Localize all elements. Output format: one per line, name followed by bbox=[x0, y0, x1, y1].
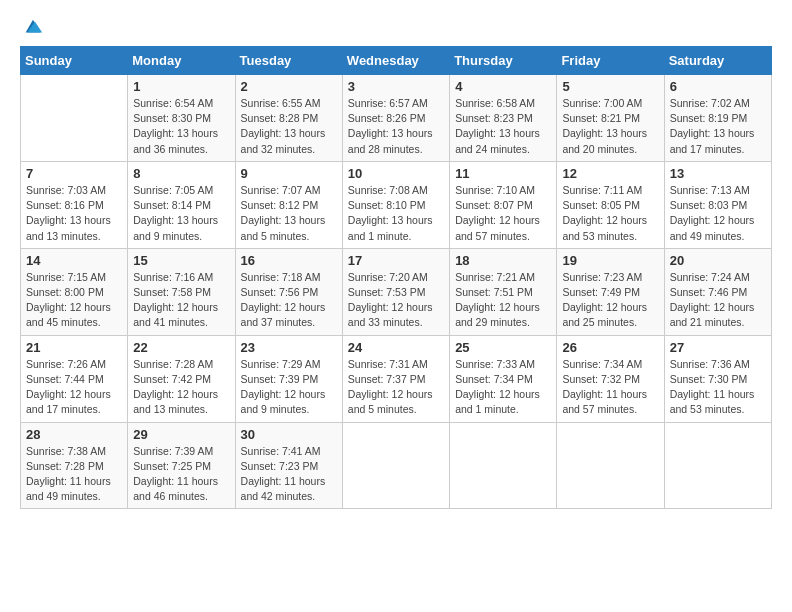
day-info: Sunrise: 6:54 AM Sunset: 8:30 PM Dayligh… bbox=[133, 96, 229, 157]
day-info: Sunrise: 7:34 AM Sunset: 7:32 PM Dayligh… bbox=[562, 357, 658, 418]
day-cell bbox=[664, 422, 771, 509]
day-cell: 2Sunrise: 6:55 AM Sunset: 8:28 PM Daylig… bbox=[235, 75, 342, 162]
day-cell: 4Sunrise: 6:58 AM Sunset: 8:23 PM Daylig… bbox=[450, 75, 557, 162]
day-number: 3 bbox=[348, 79, 444, 94]
day-number: 25 bbox=[455, 340, 551, 355]
day-number: 6 bbox=[670, 79, 766, 94]
day-info: Sunrise: 6:57 AM Sunset: 8:26 PM Dayligh… bbox=[348, 96, 444, 157]
day-info: Sunrise: 7:26 AM Sunset: 7:44 PM Dayligh… bbox=[26, 357, 122, 418]
week-row-1: 1Sunrise: 6:54 AM Sunset: 8:30 PM Daylig… bbox=[21, 75, 772, 162]
day-cell: 7Sunrise: 7:03 AM Sunset: 8:16 PM Daylig… bbox=[21, 161, 128, 248]
day-info: Sunrise: 7:38 AM Sunset: 7:28 PM Dayligh… bbox=[26, 444, 122, 505]
day-info: Sunrise: 7:39 AM Sunset: 7:25 PM Dayligh… bbox=[133, 444, 229, 505]
day-number: 4 bbox=[455, 79, 551, 94]
day-cell: 29Sunrise: 7:39 AM Sunset: 7:25 PM Dayli… bbox=[128, 422, 235, 509]
day-info: Sunrise: 7:29 AM Sunset: 7:39 PM Dayligh… bbox=[241, 357, 337, 418]
day-cell bbox=[342, 422, 449, 509]
page-header bbox=[20, 16, 772, 38]
day-cell: 30Sunrise: 7:41 AM Sunset: 7:23 PM Dayli… bbox=[235, 422, 342, 509]
col-header-wednesday: Wednesday bbox=[342, 47, 449, 75]
day-cell: 19Sunrise: 7:23 AM Sunset: 7:49 PM Dayli… bbox=[557, 248, 664, 335]
col-header-thursday: Thursday bbox=[450, 47, 557, 75]
day-cell: 11Sunrise: 7:10 AM Sunset: 8:07 PM Dayli… bbox=[450, 161, 557, 248]
day-number: 5 bbox=[562, 79, 658, 94]
col-header-sunday: Sunday bbox=[21, 47, 128, 75]
day-number: 23 bbox=[241, 340, 337, 355]
day-cell: 23Sunrise: 7:29 AM Sunset: 7:39 PM Dayli… bbox=[235, 335, 342, 422]
day-cell: 5Sunrise: 7:00 AM Sunset: 8:21 PM Daylig… bbox=[557, 75, 664, 162]
day-cell: 9Sunrise: 7:07 AM Sunset: 8:12 PM Daylig… bbox=[235, 161, 342, 248]
days-header-row: SundayMondayTuesdayWednesdayThursdayFrid… bbox=[21, 47, 772, 75]
calendar-table: SundayMondayTuesdayWednesdayThursdayFrid… bbox=[20, 46, 772, 509]
day-number: 13 bbox=[670, 166, 766, 181]
day-cell: 13Sunrise: 7:13 AM Sunset: 8:03 PM Dayli… bbox=[664, 161, 771, 248]
day-info: Sunrise: 7:16 AM Sunset: 7:58 PM Dayligh… bbox=[133, 270, 229, 331]
day-info: Sunrise: 6:55 AM Sunset: 8:28 PM Dayligh… bbox=[241, 96, 337, 157]
day-info: Sunrise: 7:00 AM Sunset: 8:21 PM Dayligh… bbox=[562, 96, 658, 157]
day-cell: 22Sunrise: 7:28 AM Sunset: 7:42 PM Dayli… bbox=[128, 335, 235, 422]
week-row-2: 7Sunrise: 7:03 AM Sunset: 8:16 PM Daylig… bbox=[21, 161, 772, 248]
day-number: 11 bbox=[455, 166, 551, 181]
day-number: 20 bbox=[670, 253, 766, 268]
day-number: 18 bbox=[455, 253, 551, 268]
day-info: Sunrise: 7:08 AM Sunset: 8:10 PM Dayligh… bbox=[348, 183, 444, 244]
day-number: 14 bbox=[26, 253, 122, 268]
day-cell bbox=[450, 422, 557, 509]
day-cell bbox=[21, 75, 128, 162]
day-info: Sunrise: 7:13 AM Sunset: 8:03 PM Dayligh… bbox=[670, 183, 766, 244]
day-number: 29 bbox=[133, 427, 229, 442]
day-cell: 1Sunrise: 6:54 AM Sunset: 8:30 PM Daylig… bbox=[128, 75, 235, 162]
day-cell: 24Sunrise: 7:31 AM Sunset: 7:37 PM Dayli… bbox=[342, 335, 449, 422]
col-header-tuesday: Tuesday bbox=[235, 47, 342, 75]
day-info: Sunrise: 7:31 AM Sunset: 7:37 PM Dayligh… bbox=[348, 357, 444, 418]
day-info: Sunrise: 7:24 AM Sunset: 7:46 PM Dayligh… bbox=[670, 270, 766, 331]
day-cell: 21Sunrise: 7:26 AM Sunset: 7:44 PM Dayli… bbox=[21, 335, 128, 422]
col-header-saturday: Saturday bbox=[664, 47, 771, 75]
day-number: 28 bbox=[26, 427, 122, 442]
day-info: Sunrise: 7:33 AM Sunset: 7:34 PM Dayligh… bbox=[455, 357, 551, 418]
day-cell: 12Sunrise: 7:11 AM Sunset: 8:05 PM Dayli… bbox=[557, 161, 664, 248]
day-number: 27 bbox=[670, 340, 766, 355]
week-row-5: 28Sunrise: 7:38 AM Sunset: 7:28 PM Dayli… bbox=[21, 422, 772, 509]
day-cell: 28Sunrise: 7:38 AM Sunset: 7:28 PM Dayli… bbox=[21, 422, 128, 509]
day-number: 21 bbox=[26, 340, 122, 355]
day-cell: 27Sunrise: 7:36 AM Sunset: 7:30 PM Dayli… bbox=[664, 335, 771, 422]
day-info: Sunrise: 7:15 AM Sunset: 8:00 PM Dayligh… bbox=[26, 270, 122, 331]
day-number: 17 bbox=[348, 253, 444, 268]
day-info: Sunrise: 7:03 AM Sunset: 8:16 PM Dayligh… bbox=[26, 183, 122, 244]
day-number: 24 bbox=[348, 340, 444, 355]
day-cell: 26Sunrise: 7:34 AM Sunset: 7:32 PM Dayli… bbox=[557, 335, 664, 422]
day-number: 30 bbox=[241, 427, 337, 442]
day-cell: 16Sunrise: 7:18 AM Sunset: 7:56 PM Dayli… bbox=[235, 248, 342, 335]
day-info: Sunrise: 7:23 AM Sunset: 7:49 PM Dayligh… bbox=[562, 270, 658, 331]
day-info: Sunrise: 7:20 AM Sunset: 7:53 PM Dayligh… bbox=[348, 270, 444, 331]
day-info: Sunrise: 7:11 AM Sunset: 8:05 PM Dayligh… bbox=[562, 183, 658, 244]
day-info: Sunrise: 7:10 AM Sunset: 8:07 PM Dayligh… bbox=[455, 183, 551, 244]
day-cell: 14Sunrise: 7:15 AM Sunset: 8:00 PM Dayli… bbox=[21, 248, 128, 335]
day-number: 10 bbox=[348, 166, 444, 181]
day-cell: 15Sunrise: 7:16 AM Sunset: 7:58 PM Dayli… bbox=[128, 248, 235, 335]
day-cell: 25Sunrise: 7:33 AM Sunset: 7:34 PM Dayli… bbox=[450, 335, 557, 422]
day-cell: 3Sunrise: 6:57 AM Sunset: 8:26 PM Daylig… bbox=[342, 75, 449, 162]
day-info: Sunrise: 7:05 AM Sunset: 8:14 PM Dayligh… bbox=[133, 183, 229, 244]
day-number: 9 bbox=[241, 166, 337, 181]
week-row-3: 14Sunrise: 7:15 AM Sunset: 8:00 PM Dayli… bbox=[21, 248, 772, 335]
logo-icon bbox=[22, 16, 44, 38]
day-info: Sunrise: 7:07 AM Sunset: 8:12 PM Dayligh… bbox=[241, 183, 337, 244]
day-number: 26 bbox=[562, 340, 658, 355]
col-header-friday: Friday bbox=[557, 47, 664, 75]
day-cell: 8Sunrise: 7:05 AM Sunset: 8:14 PM Daylig… bbox=[128, 161, 235, 248]
day-number: 22 bbox=[133, 340, 229, 355]
day-info: Sunrise: 7:21 AM Sunset: 7:51 PM Dayligh… bbox=[455, 270, 551, 331]
day-info: Sunrise: 7:02 AM Sunset: 8:19 PM Dayligh… bbox=[670, 96, 766, 157]
day-number: 19 bbox=[562, 253, 658, 268]
day-info: Sunrise: 6:58 AM Sunset: 8:23 PM Dayligh… bbox=[455, 96, 551, 157]
day-number: 8 bbox=[133, 166, 229, 181]
day-number: 1 bbox=[133, 79, 229, 94]
logo bbox=[20, 16, 44, 38]
day-info: Sunrise: 7:18 AM Sunset: 7:56 PM Dayligh… bbox=[241, 270, 337, 331]
day-cell: 10Sunrise: 7:08 AM Sunset: 8:10 PM Dayli… bbox=[342, 161, 449, 248]
day-info: Sunrise: 7:36 AM Sunset: 7:30 PM Dayligh… bbox=[670, 357, 766, 418]
day-info: Sunrise: 7:41 AM Sunset: 7:23 PM Dayligh… bbox=[241, 444, 337, 505]
day-cell bbox=[557, 422, 664, 509]
